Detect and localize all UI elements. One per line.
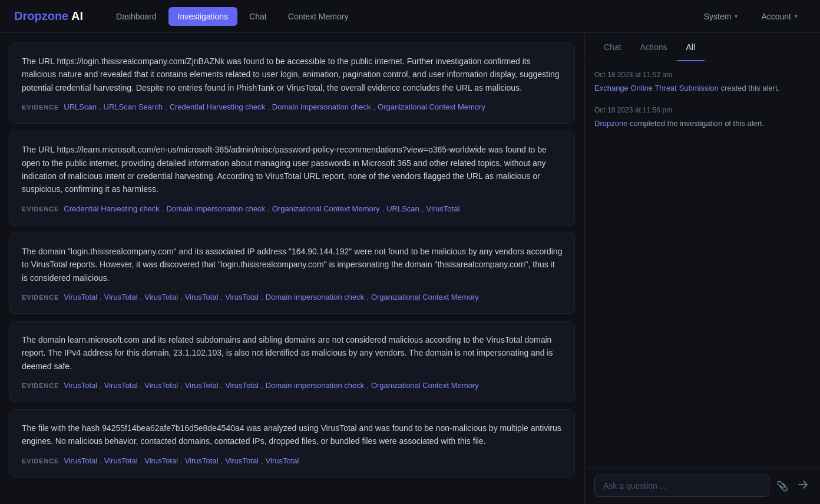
evidence-tag[interactable]: VirusTotal	[225, 456, 259, 465]
right-timeline: Oct 18 2023 at 11:52 amExchange Online T…	[585, 61, 820, 467]
evidence-tag[interactable]: URLScan	[386, 204, 419, 213]
system-label: System	[704, 12, 732, 21]
chat-input[interactable]	[594, 475, 769, 497]
navbar: Dropzone AI Dashboard Investigations Cha…	[0, 0, 820, 33]
send-icon	[798, 479, 808, 490]
main-layout: The URL https://login.thisisrealcompany.…	[0, 33, 820, 504]
evidence-separator: ,	[373, 102, 375, 111]
evidence-separator: ,	[180, 456, 183, 465]
nav-links: Dashboard Investigations Chat Context Me…	[107, 7, 696, 26]
evidence-tag[interactable]: VirusTotal	[104, 293, 138, 301]
evidence-tag[interactable]: VirusTotal	[426, 204, 459, 213]
evidence-separator: ,	[180, 381, 183, 390]
system-chevron-icon: ▾	[735, 13, 738, 19]
evidence-footer: EVIDENCECredential Harvesting check,Doma…	[22, 204, 563, 213]
evidence-tag[interactable]: VirusTotal	[225, 381, 259, 390]
evidence-tag[interactable]: VirusTotal	[185, 381, 219, 390]
evidence-separator: ,	[221, 293, 223, 301]
evidence-separator: ,	[100, 381, 102, 390]
evidence-separator: ,	[382, 204, 385, 213]
system-button[interactable]: System ▾	[696, 7, 746, 26]
evidence-separator: ,	[366, 293, 369, 301]
evidence-separator: ,	[267, 102, 270, 111]
nav-chat[interactable]: Chat	[240, 7, 276, 26]
timeline-item: Oct 18 2023 at 11:56 pmDropzone complete…	[594, 106, 811, 130]
evidence-tag[interactable]: VirusTotal	[266, 456, 299, 465]
evidence-tag[interactable]: Credential Harvesting check	[170, 102, 266, 111]
evidence-label: EVIDENCE	[22, 205, 59, 213]
evidence-tag[interactable]: URLScan Search	[104, 102, 163, 111]
evidence-label: EVIDENCE	[22, 382, 59, 389]
evidence-tag[interactable]: Credential Harvesting check	[64, 204, 160, 213]
evidence-text: The domain "login.thisisrealcompany.com"…	[22, 245, 563, 284]
evidence-list: The URL https://login.thisisrealcompany.…	[0, 33, 584, 504]
evidence-tag[interactable]: VirusTotal	[64, 381, 97, 390]
chat-input-area: 📎	[585, 467, 820, 504]
evidence-tag[interactable]: URLScan	[64, 102, 97, 111]
evidence-tag[interactable]: VirusTotal	[225, 293, 259, 301]
evidence-label: EVIDENCE	[22, 104, 59, 111]
evidence-tag[interactable]: VirusTotal	[104, 381, 138, 390]
evidence-tag[interactable]: VirusTotal	[144, 293, 178, 301]
timeline-item: Oct 18 2023 at 11:52 amExchange Online T…	[594, 71, 811, 94]
evidence-tag[interactable]: Domain impersonation check	[272, 102, 371, 111]
evidence-footer: EVIDENCEURLScan,URLScan Search,Credentia…	[22, 102, 563, 111]
tab-all[interactable]: All	[677, 33, 705, 61]
evidence-separator: ,	[140, 293, 143, 301]
evidence-separator: ,	[165, 102, 167, 111]
evidence-separator: ,	[100, 456, 102, 465]
evidence-separator: ,	[261, 456, 263, 465]
evidence-tag[interactable]: VirusTotal	[104, 456, 138, 465]
evidence-tag[interactable]: Organizational Context Memory	[272, 204, 380, 213]
attach-button[interactable]: 📎	[774, 478, 791, 494]
evidence-separator: ,	[261, 381, 263, 390]
nav-dashboard[interactable]: Dashboard	[107, 7, 166, 26]
evidence-tag[interactable]: VirusTotal	[185, 456, 219, 465]
evidence-text: The domain learn.microsoft.com and its r…	[22, 333, 563, 373]
nav-investigations[interactable]: Investigations	[168, 7, 238, 26]
account-button[interactable]: Account ▾	[753, 7, 806, 26]
timeline-body: Dropzone completed the investigation of …	[594, 118, 811, 130]
logo-ai: AI	[68, 9, 83, 22]
right-tabs: Chat Actions All	[585, 33, 820, 61]
evidence-footer: EVIDENCEVirusTotal,VirusTotal,VirusTotal…	[22, 381, 563, 390]
evidence-tag[interactable]: VirusTotal	[64, 456, 97, 465]
evidence-card: The domain learn.microsoft.com and its r…	[9, 321, 575, 402]
evidence-card: The domain "login.thisisrealcompany.com"…	[9, 233, 575, 314]
tab-actions[interactable]: Actions	[631, 33, 677, 61]
logo-dropzone: Dropzone	[14, 9, 68, 22]
send-button[interactable]	[795, 477, 811, 495]
evidence-tag[interactable]: Organizational Context Memory	[371, 293, 479, 301]
evidence-card: The URL https://login.thisisrealcompany.…	[9, 42, 575, 124]
evidence-footer: EVIDENCEVirusTotal,VirusTotal,VirusTotal…	[22, 293, 563, 301]
right-panel: Chat Actions All Oct 18 2023 at 11:52 am…	[584, 33, 820, 504]
evidence-separator: ,	[422, 204, 424, 213]
evidence-tag[interactable]: Domain impersonation check	[166, 204, 265, 213]
timeline-actor: Dropzone	[594, 119, 627, 128]
timeline-date: Oct 18 2023 at 11:56 pm	[594, 106, 811, 114]
evidence-tag[interactable]: VirusTotal	[144, 381, 178, 390]
evidence-tag[interactable]: Domain impersonation check	[266, 293, 365, 301]
evidence-card: The URL https://learn.microsoft.com/en-u…	[9, 131, 575, 226]
evidence-separator: ,	[140, 456, 143, 465]
evidence-tag[interactable]: VirusTotal	[64, 293, 97, 301]
nav-context-memory[interactable]: Context Memory	[279, 7, 358, 26]
evidence-separator: ,	[261, 293, 263, 301]
evidence-separator: ,	[267, 204, 270, 213]
account-label: Account	[761, 12, 791, 21]
attach-icon: 📎	[776, 481, 788, 491]
evidence-separator: ,	[221, 381, 223, 390]
evidence-text: The URL https://learn.microsoft.com/en-u…	[22, 143, 563, 196]
evidence-text: The file with the hash 94255f14bea62afe7…	[22, 422, 563, 448]
evidence-separator: ,	[366, 381, 369, 390]
evidence-separator: ,	[140, 381, 143, 390]
evidence-tag[interactable]: Organizational Context Memory	[378, 102, 485, 111]
evidence-tag[interactable]: VirusTotal	[144, 456, 178, 465]
evidence-tag[interactable]: VirusTotal	[185, 293, 219, 301]
evidence-separator: ,	[99, 102, 101, 111]
tab-chat[interactable]: Chat	[594, 33, 631, 61]
evidence-text: The URL https://login.thisisrealcompany.…	[22, 55, 563, 94]
evidence-tag[interactable]: Organizational Context Memory	[371, 381, 479, 390]
evidence-tag[interactable]: Domain impersonation check	[266, 381, 365, 390]
timeline-action: completed the investigation of this aler…	[627, 119, 764, 128]
